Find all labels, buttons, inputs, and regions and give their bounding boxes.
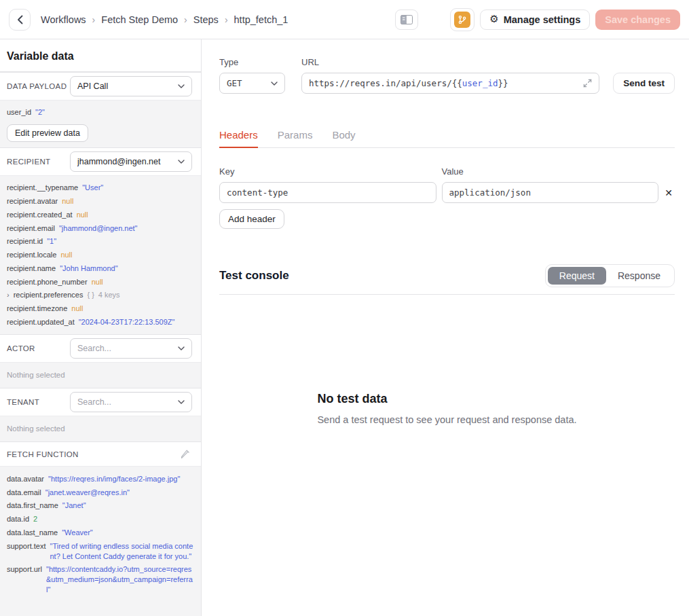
breadcrumb-separator: › (92, 14, 96, 25)
header-key-input[interactable] (219, 182, 436, 203)
http-method-value: GET (227, 78, 242, 88)
actor-label: ACTOR (7, 344, 35, 352)
variable-value: null (77, 210, 88, 220)
variable-value: { } (87, 290, 94, 300)
chevron-left-icon (17, 15, 23, 24)
actor-search-select[interactable]: Search... (70, 338, 192, 359)
close-icon: ✕ (665, 187, 673, 198)
recipient-select[interactable]: jhammond@ingen.net (70, 151, 192, 172)
chevron-down-icon (178, 84, 185, 88)
variable-row: › recipient.name "John Hammond" (7, 261, 195, 275)
variable-value: null (62, 196, 73, 206)
breadcrumb-separator: › (225, 14, 228, 25)
variable-value: "janet.weaver@reqres.in" (45, 488, 130, 498)
variable-value: "https://reqres.in/img/faces/2-image.jpg… (48, 474, 180, 484)
variable-row: › data.email "janet.weaver@reqres.in" (7, 486, 195, 499)
fetch-function-fields: › data.avatar "https://reqres.in/img/fac… (0, 466, 201, 616)
data-payload-section-header: DATA PAYLOAD API Call (0, 72, 201, 100)
variable-value: "2" (35, 107, 45, 117)
content-area: Variable data DATA PAYLOAD API Call › us… (0, 39, 689, 616)
variable-row: › data.id 2 (7, 513, 195, 526)
expand-chevron-icon[interactable]: › (7, 290, 10, 300)
fetch-function-label: FETCH FUNCTION (7, 450, 79, 458)
add-header-button[interactable]: Add header (219, 209, 284, 229)
variable-key: recipient.avatar (7, 196, 58, 206)
tenant-label: TENANT (7, 398, 39, 406)
gear-icon: ⚙ (489, 14, 498, 24)
toggle-request[interactable]: Request (548, 267, 606, 285)
breadcrumb-workflows[interactable]: Workflows (41, 14, 86, 25)
variable-value: null (60, 250, 72, 260)
tab-params[interactable]: Params (278, 129, 313, 148)
data-payload-select[interactable]: API Call (70, 76, 192, 96)
top-bar-actions: ⚙ Manage settings Save changes (450, 8, 680, 31)
variable-value: "1" (47, 236, 56, 247)
data-payload-fields: › user_id "2" Edit preview data (0, 100, 201, 147)
breadcrumb-step-name: http_fetch_1 (234, 14, 288, 25)
sidebar-title: Variable data (0, 39, 201, 72)
variable-key: recipient.created_at (7, 210, 73, 220)
data-payload-label: DATA PAYLOAD (7, 82, 67, 90)
variable-value: null (92, 277, 103, 287)
variable-value: "John Hammond" (60, 264, 117, 274)
request-tabs: Headers Params Body (219, 129, 675, 148)
variable-row: › support.url "https://contentcaddy.io?u… (7, 563, 195, 597)
send-test-button[interactable]: Send test (613, 73, 675, 94)
manage-settings-button[interactable]: ⚙ Manage settings (480, 10, 590, 30)
recipient-label: RECIPIENT (7, 158, 50, 166)
variable-key: recipient.locale (7, 250, 56, 260)
empty-state-subtitle: Send a test request to see your request … (317, 414, 576, 425)
request-editor-panel: Type GET URL https://reqres.in/api/users… (202, 39, 689, 616)
variable-key: recipient.email (7, 223, 55, 234)
http-method-select[interactable]: GET (219, 73, 285, 94)
sidebar-toggle-button[interactable] (395, 10, 418, 30)
breadcrumb-workflow-name[interactable]: Fetch Step Demo (101, 14, 178, 25)
variable-value: "https://contentcaddy.io?utm_source=reqr… (46, 564, 195, 595)
variable-row: › recipient.phone_number null (7, 275, 195, 289)
variable-data-sidebar: Variable data DATA PAYLOAD API Call › us… (0, 39, 202, 616)
pencil-icon (180, 449, 191, 460)
top-bar: Workflows › Fetch Step Demo › Steps › ht… (0, 0, 689, 39)
variable-value: "Tired of writing endless social media c… (50, 541, 195, 562)
variable-row: › recipient.preferences { } 4 keys (7, 289, 195, 302)
variable-key: data.email (7, 488, 41, 498)
recipient-selected-value: jhammond@ingen.net (77, 157, 174, 166)
url-value: https://reqres.in/api/users/{{user_id}} (309, 78, 578, 88)
tab-body[interactable]: Body (332, 129, 355, 148)
variable-key: recipient.name (7, 264, 56, 274)
expand-url-button[interactable] (578, 79, 592, 88)
toggle-response[interactable]: Response (606, 267, 672, 285)
panel-layout-icon (401, 15, 413, 24)
data-payload-selected-value: API Call (77, 81, 174, 91)
url-label: URL (301, 57, 599, 67)
variable-row: › support.text "Tired of writing endless… (7, 539, 195, 563)
variable-value: "Janet" (62, 501, 86, 511)
recipient-section-header: RECIPIENT jhammond@ingen.net (0, 147, 201, 175)
back-button[interactable] (9, 9, 31, 31)
chevron-down-icon (178, 346, 185, 350)
tenant-search-select[interactable]: Search... (70, 392, 192, 412)
empty-state-title: No test data (317, 392, 576, 406)
variable-row: › data.first_name "Janet" (7, 499, 195, 513)
variable-row: › recipient.id "1" (7, 235, 195, 249)
remove-header-button[interactable]: ✕ (658, 187, 675, 198)
edit-fetch-function-button[interactable] (179, 448, 192, 461)
variable-key: recipient.__typename (7, 183, 78, 193)
request-response-toggle: Request Response (545, 264, 675, 287)
header-value-input[interactable] (442, 182, 659, 203)
variable-row: › recipient.locale null (7, 249, 195, 262)
variable-key: recipient.phone_number (7, 277, 88, 287)
save-changes-button[interactable]: Save changes (595, 10, 680, 30)
variable-key: data.first_name (7, 501, 58, 511)
edit-preview-data-button[interactable]: Edit preview data (7, 124, 88, 142)
test-console-header: Test console Request Response (219, 264, 675, 295)
workflow-version-button[interactable] (450, 8, 474, 31)
variable-key: data.id (7, 514, 29, 524)
tab-headers[interactable]: Headers (219, 129, 258, 148)
variable-row: › recipient.created_at null (7, 208, 195, 221)
breadcrumb-steps[interactable]: Steps (193, 14, 219, 25)
git-branch-icon (454, 12, 470, 28)
actor-search-placeholder: Search... (77, 344, 174, 353)
value-label: Value (442, 166, 659, 177)
url-input[interactable]: https://reqres.in/api/users/{{user_id}} (301, 73, 599, 94)
